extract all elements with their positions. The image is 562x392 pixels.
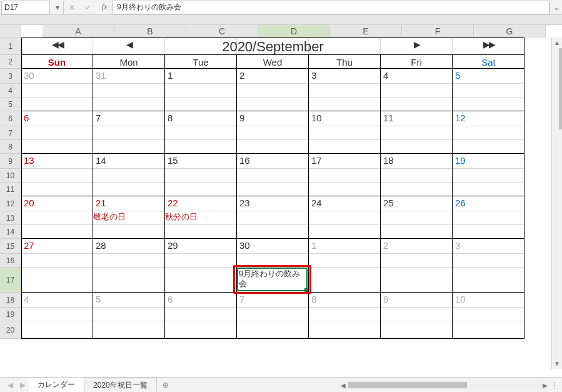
day-number: 7	[93, 111, 165, 126]
day-number: 22	[165, 196, 237, 211]
row-header[interactable]: 20	[0, 321, 21, 339]
row-header[interactable]: 8	[0, 140, 21, 154]
col-header[interactable]: A	[43, 25, 114, 38]
sheet-tab-active[interactable]: カレンダー	[29, 377, 84, 393]
row-header[interactable]: 7	[0, 126, 21, 140]
row-header[interactable]: 18	[0, 293, 21, 308]
day-number: 6	[165, 293, 237, 308]
day-number: 23	[237, 196, 309, 211]
row-header[interactable]: 2	[0, 55, 21, 69]
row-header[interactable]: 1	[0, 38, 21, 55]
select-all-corner[interactable]	[0, 25, 21, 38]
sheet-area[interactable]: 2020/September◀◀◀▶▶▶SunMonTueWedThuFriSa…	[21, 38, 524, 339]
day-number: 17	[309, 154, 381, 169]
formula-buttons: ✕ ✓ fx	[64, 3, 113, 12]
day-number: 26	[453, 196, 524, 211]
row-header[interactable]: 17	[0, 268, 21, 293]
row-header[interactable]: 16	[0, 254, 21, 268]
hscroll-track[interactable]	[348, 380, 539, 390]
hscroll-right-icon[interactable]: ▶	[539, 382, 550, 389]
vscroll-down-icon[interactable]: ▼	[552, 358, 563, 369]
fx-icon[interactable]: fx	[96, 3, 113, 12]
tab-next-icon[interactable]: ▶	[16, 381, 29, 389]
tab-separator: ⋮	[551, 381, 562, 389]
namebox-dropdown-icon[interactable]: ▾	[51, 1, 64, 14]
add-sheet-icon[interactable]: ⊕	[157, 381, 174, 389]
formula-bar: D17 ▾ ✕ ✓ fx 9月終わりの飲み会 ⌄	[0, 0, 562, 15]
day-number: 12	[453, 111, 524, 126]
holiday-label: 敬老の日	[93, 211, 165, 225]
day-number: 30	[237, 239, 309, 254]
formula-expand-icon[interactable]: ⌄	[549, 3, 562, 12]
tab-label: カレンダー	[38, 380, 75, 389]
day-number: 18	[381, 154, 453, 169]
day-number: 5	[453, 69, 524, 84]
namebox-value: D17	[4, 3, 18, 12]
day-number: 15	[165, 154, 237, 169]
row-header[interactable]: 9	[0, 154, 21, 169]
col-header[interactable]: E	[330, 25, 402, 38]
day-number: 3	[453, 239, 524, 254]
day-number: 6	[21, 111, 93, 126]
horizontal-scrollbar[interactable]: ◀ ▶	[338, 380, 550, 390]
day-number: 31	[93, 69, 165, 84]
vertical-scrollbar[interactable]: ▲ ▼	[551, 38, 562, 369]
row-header[interactable]: 19	[0, 308, 21, 321]
row-header[interactable]: 6	[0, 111, 21, 126]
row-header[interactable]: 3	[0, 69, 21, 84]
row-header[interactable]: 13	[0, 211, 21, 225]
day-number: 29	[165, 239, 237, 254]
day-number: 30	[21, 69, 93, 84]
day-label: Mon	[93, 55, 165, 69]
day-number: 1	[309, 239, 381, 254]
col-header[interactable]: G	[474, 25, 546, 38]
hscroll-left-icon[interactable]: ◀	[338, 382, 348, 389]
day-number: 2	[237, 69, 309, 84]
header-row: ABCDEFG	[0, 25, 562, 38]
sheet-tabs-bar: ◀ ▶ カレンダー 2020年祝日一覧 ⊕ ⋮ ◀ ▶	[0, 377, 562, 392]
col-header[interactable]: B	[114, 25, 186, 38]
day-number: 19	[453, 154, 524, 169]
row-header[interactable]: 10	[0, 169, 21, 183]
day-number: 10	[453, 293, 524, 308]
row-header[interactable]: 15	[0, 239, 21, 254]
day-number: 28	[93, 239, 165, 254]
vscroll-up-icon[interactable]: ▲	[552, 38, 563, 48]
sheet-tab-other[interactable]: 2020年祝日一覧	[84, 378, 157, 393]
row-header[interactable]: 4	[0, 84, 21, 98]
hscroll-thumb[interactable]	[348, 382, 467, 388]
formula-input[interactable]: 9月終わりの飲み会	[113, 1, 549, 14]
day-number: 25	[381, 196, 453, 211]
row-header[interactable]: 11	[0, 183, 21, 196]
vscroll-thumb[interactable]	[559, 48, 562, 129]
grid-wrap: 1234567891011121314151617181920 2020/Sep…	[0, 38, 562, 339]
row-header[interactable]: 12	[0, 196, 21, 211]
day-number: 9	[381, 293, 453, 308]
day-label: Thu	[309, 55, 381, 69]
confirm-icon[interactable]: ✓	[80, 3, 96, 12]
col-header[interactable]: F	[402, 25, 474, 38]
day-number: 11	[381, 111, 453, 126]
day-number: 8	[309, 293, 381, 308]
day-label: Tue	[165, 55, 237, 69]
day-number: 21	[93, 196, 165, 211]
day-number: 5	[93, 293, 165, 308]
day-number: 24	[309, 196, 381, 211]
row-header[interactable]: 14	[0, 225, 21, 239]
name-box[interactable]: D17	[1, 1, 50, 14]
day-number: 4	[21, 293, 93, 308]
day-number: 8	[165, 111, 237, 126]
day-number: 27	[21, 239, 93, 254]
holiday-label: 秋分の日	[165, 211, 237, 225]
tab-first-icon[interactable]: ◀	[4, 381, 16, 389]
day-number: 3	[309, 69, 381, 84]
day-label: Sun	[21, 55, 93, 69]
row-header[interactable]: 5	[0, 98, 21, 111]
cancel-icon[interactable]: ✕	[64, 3, 80, 12]
day-number: 2	[381, 239, 453, 254]
formula-value: 9月終わりの飲み会	[117, 2, 181, 13]
day-number: 16	[237, 154, 309, 169]
day-number: 14	[93, 154, 165, 169]
col-header[interactable]: C	[186, 25, 258, 38]
col-header[interactable]: D	[258, 25, 330, 38]
